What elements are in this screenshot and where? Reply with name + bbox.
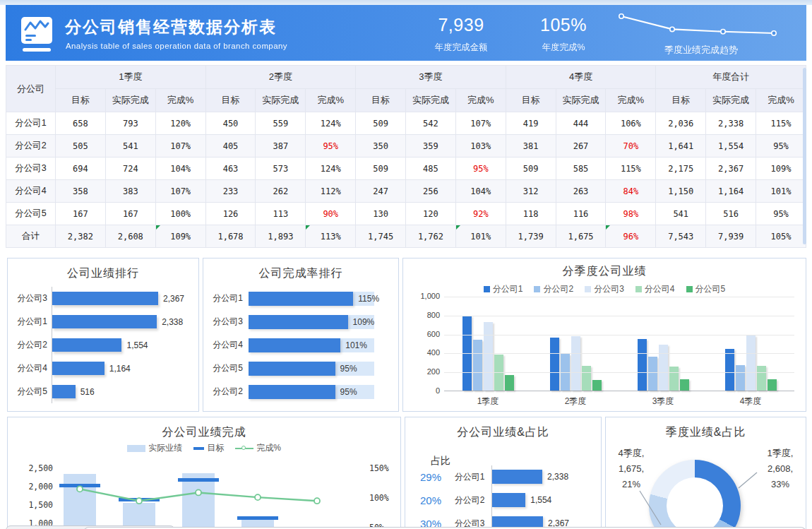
table-cell[interactable]: 387	[256, 135, 306, 157]
table-cell[interactable]: 585	[556, 157, 606, 180]
group-header[interactable]: 2季度	[205, 66, 356, 89]
table-cell[interactable]: 2,338	[706, 112, 756, 135]
table-cell[interactable]: 1,150	[656, 180, 706, 203]
table-cell[interactable]: 115%	[756, 112, 806, 135]
table-cell[interactable]: 1,675	[556, 225, 606, 248]
table-cell[interactable]: 1,164	[706, 180, 756, 203]
table-cell[interactable]: 7,939	[706, 225, 756, 248]
vertical-scrollbar[interactable]	[803, 68, 806, 244]
table-cell[interactable]: 104%	[155, 157, 205, 180]
table-cell[interactable]: 106%	[606, 112, 656, 135]
table-cell[interactable]: 167	[56, 203, 106, 225]
table-cell[interactable]: 573	[256, 157, 306, 180]
table-cell[interactable]: 124%	[306, 157, 356, 180]
table-cell[interactable]: 2,608	[105, 225, 155, 248]
table-cell[interactable]: 98%	[606, 203, 656, 225]
table-cell[interactable]: 233	[205, 180, 256, 203]
row-label[interactable]: 分公司4	[6, 180, 56, 203]
table-cell[interactable]: 167	[105, 203, 155, 225]
table-cell[interactable]: 509	[356, 112, 406, 135]
sub-header[interactable]: 目标	[356, 89, 406, 112]
table-cell[interactable]: 124%	[306, 112, 356, 135]
sub-header[interactable]: 目标	[56, 89, 106, 112]
table-cell[interactable]: 95%	[756, 203, 806, 225]
table-cell[interactable]: 113%	[306, 225, 356, 248]
table-cell[interactable]: 115%	[606, 157, 656, 180]
table-cell[interactable]: 1,739	[506, 225, 556, 248]
table-cell[interactable]: 485	[406, 157, 456, 180]
sub-header[interactable]: 完成%	[455, 89, 506, 112]
table-cell[interactable]: 1,641	[656, 135, 706, 157]
sub-header[interactable]: 目标	[205, 89, 256, 112]
table-cell[interactable]: 793	[105, 112, 155, 135]
sub-header[interactable]: 完成%	[306, 89, 356, 112]
sub-header[interactable]: 实际完成	[556, 89, 606, 112]
table-cell[interactable]: 84%	[606, 180, 656, 203]
table-cell[interactable]: 312	[506, 180, 556, 203]
table-cell[interactable]: 1,745	[356, 225, 406, 248]
table-cell[interactable]: 419	[506, 112, 556, 135]
table-cell[interactable]: 70%	[606, 135, 656, 157]
table-cell[interactable]: 559	[256, 112, 306, 135]
table-cell[interactable]: 126	[205, 203, 256, 225]
sub-header[interactable]: 完成%	[155, 89, 205, 112]
table-cell[interactable]: 542	[406, 112, 456, 135]
table-cell[interactable]: 350	[356, 135, 406, 157]
table-cell[interactable]: 267	[556, 135, 606, 157]
table-cell[interactable]: 658	[56, 112, 106, 135]
table-cell[interactable]: 120%	[155, 112, 205, 135]
table-cell[interactable]: 694	[56, 157, 106, 180]
sub-header[interactable]: 完成%	[756, 89, 806, 112]
row-label[interactable]: 分公司3	[6, 157, 56, 180]
table-cell[interactable]: 95%	[455, 157, 506, 180]
table-cell[interactable]: 130	[356, 203, 406, 225]
table-cell[interactable]: 95%	[756, 135, 806, 157]
group-header[interactable]: 4季度	[506, 66, 656, 89]
table-cell[interactable]: 2,382	[56, 225, 106, 248]
table-cell[interactable]: 383	[105, 180, 155, 203]
table-cell[interactable]: 2,036	[656, 112, 706, 135]
table-cell[interactable]: 2,367	[706, 157, 756, 180]
table-cell[interactable]: 107%	[455, 112, 506, 135]
sub-header[interactable]: 实际完成	[256, 89, 306, 112]
table-cell[interactable]: 96%	[606, 225, 656, 248]
row-label[interactable]: 分公司5	[6, 203, 56, 225]
table-cell[interactable]: 90%	[306, 203, 356, 225]
table-cell[interactable]: 1,554	[706, 135, 756, 157]
table-cell[interactable]: 509	[506, 157, 556, 180]
table-cell[interactable]: 247	[356, 180, 406, 203]
table-cell[interactable]: 92%	[455, 203, 506, 225]
table-corner-header[interactable]: 分公司	[6, 66, 56, 112]
group-header[interactable]: 1季度	[56, 66, 206, 89]
table-cell[interactable]: 263	[556, 180, 606, 203]
table-cell[interactable]: 101%	[455, 225, 506, 248]
group-header[interactable]: 年度合计	[656, 66, 806, 89]
row-label[interactable]: 合计	[6, 225, 56, 248]
table-cell[interactable]: 101%	[756, 180, 806, 203]
table-cell[interactable]: 359	[406, 135, 456, 157]
table-cell[interactable]: 113	[256, 203, 306, 225]
table-cell[interactable]: 541	[105, 135, 155, 157]
table-cell[interactable]: 105%	[756, 225, 806, 248]
table-cell[interactable]: 2,175	[656, 157, 706, 180]
sub-header[interactable]: 完成%	[606, 89, 656, 112]
table-cell[interactable]: 1,762	[406, 225, 456, 248]
table-cell[interactable]: 103%	[455, 135, 506, 157]
table-cell[interactable]: 505	[56, 135, 106, 157]
sub-header[interactable]: 实际完成	[706, 89, 756, 112]
group-header[interactable]: 3季度	[356, 66, 506, 89]
sub-header[interactable]: 实际完成	[406, 89, 456, 112]
sub-header[interactable]: 目标	[656, 89, 706, 112]
table-cell[interactable]: 107%	[155, 135, 205, 157]
sub-header[interactable]: 实际完成	[105, 89, 155, 112]
table-cell[interactable]: 107%	[155, 180, 205, 203]
table-cell[interactable]: 256	[406, 180, 456, 203]
table-cell[interactable]: 724	[105, 157, 155, 180]
table-cell[interactable]: 120	[406, 203, 456, 225]
table-cell[interactable]: 358	[56, 180, 106, 203]
sub-header[interactable]: 目标	[506, 89, 556, 112]
table-cell[interactable]: 95%	[306, 135, 356, 157]
table-cell[interactable]: 509	[356, 157, 406, 180]
row-label[interactable]: 分公司2	[6, 135, 56, 157]
table-cell[interactable]: 100%	[155, 203, 205, 225]
